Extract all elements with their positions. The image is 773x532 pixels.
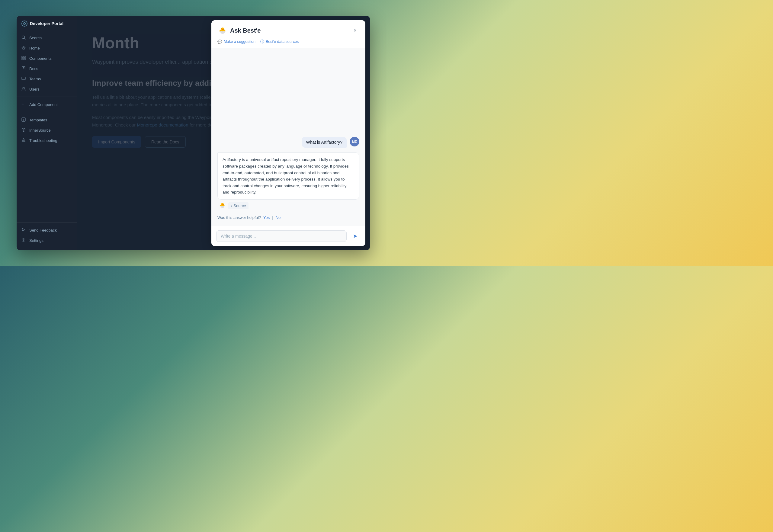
source-label: Source — [233, 204, 246, 208]
send-icon: ➤ — [353, 233, 358, 239]
svg-point-23 — [23, 239, 24, 241]
send-button[interactable]: ➤ — [350, 231, 361, 242]
svg-point-21 — [23, 141, 24, 141]
sidebar-item-label: Users — [29, 87, 40, 91]
sidebar-bottom: Send Feedback Settings — [17, 222, 77, 245]
bot-mini-avatar-icon: 🐣 — [219, 202, 226, 209]
sidebar-item-troubleshooting[interactable]: Troubleshooting — [17, 135, 77, 146]
helpful-divider: | — [272, 215, 273, 220]
home-icon — [21, 46, 26, 50]
sidebar: Developer Portal Search Home — [17, 16, 77, 250]
nav-divider-2 — [17, 112, 77, 112]
users-icon — [21, 87, 26, 91]
sidebar-logo[interactable]: Developer Portal — [17, 21, 77, 33]
sidebar-item-label: Components — [29, 56, 52, 61]
chat-body: What is Artifactory? ME Artifactory is a… — [211, 48, 365, 226]
bot-source-row: 🐣 › Source — [217, 202, 359, 209]
svg-rect-5 — [24, 56, 25, 58]
sidebar-item-label: Add Component — [29, 102, 58, 107]
sidebar-item-docs[interactable]: Docs — [17, 63, 77, 74]
svg-point-0 — [24, 23, 26, 25]
sidebar-item-label: Search — [29, 36, 42, 40]
sidebar-item-label: Troubleshooting — [29, 138, 57, 143]
sidebar-item-teams[interactable]: Teams — [17, 74, 77, 84]
chevron-right-icon: › — [231, 204, 232, 208]
data-sources-link[interactable]: ⓘ Best'e data sources — [260, 39, 299, 44]
svg-rect-12 — [22, 77, 25, 80]
svg-marker-22 — [22, 228, 25, 231]
source-toggle[interactable]: › Source — [228, 202, 249, 209]
chat-input[interactable] — [216, 230, 347, 242]
sidebar-item-label: Send Feedback — [29, 228, 57, 232]
info-icon: ⓘ — [260, 39, 264, 44]
sidebar-item-add-component[interactable]: + Add Component — [17, 99, 77, 110]
sidebar-item-label: Teams — [29, 77, 41, 81]
svg-rect-4 — [22, 56, 23, 58]
bot-avatar-icon: 🐣 — [217, 26, 227, 35]
sidebar-item-templates[interactable]: Templates — [17, 115, 77, 125]
helpful-question: Was this answer helpful? — [217, 215, 261, 220]
user-bubble: What is Artifactory? — [302, 137, 347, 148]
svg-rect-3 — [23, 48, 24, 49]
sidebar-item-label: Docs — [29, 66, 38, 71]
sidebar-item-send-feedback[interactable]: Send Feedback — [17, 225, 77, 235]
sidebar-item-label: Home — [29, 46, 40, 50]
bot-bubble: Artifactory is a universal artifact repo… — [217, 152, 359, 200]
suggestion-icon: 💬 — [217, 40, 222, 44]
chat-panel: 🐣 Ask Best'e × 💬 Make a suggestion ⓘ Bes… — [211, 20, 365, 246]
user-avatar: ME — [350, 137, 359, 146]
chat-input-area: ➤ — [211, 226, 365, 246]
app-window: Developer Portal Search Home — [17, 16, 370, 250]
templates-icon — [21, 117, 26, 122]
helpful-no-button[interactable]: No — [276, 215, 281, 220]
settings-icon — [21, 238, 26, 243]
docs-icon — [21, 66, 26, 71]
innersource-icon — [21, 128, 26, 133]
sidebar-item-home[interactable]: Home — [17, 43, 77, 53]
svg-line-2 — [24, 38, 26, 40]
feedback-icon — [21, 228, 26, 232]
sidebar-item-label: Settings — [29, 238, 43, 243]
chat-title-row: 🐣 Ask Best'e × — [217, 26, 359, 35]
sidebar-logo-text: Developer Portal — [30, 21, 63, 26]
chat-links: 💬 Make a suggestion ⓘ Best'e data source… — [217, 39, 359, 48]
chat-title: 🐣 Ask Best'e — [217, 26, 261, 35]
close-button[interactable]: × — [351, 26, 359, 35]
add-icon: + — [21, 102, 26, 107]
svg-point-19 — [23, 129, 24, 130]
sidebar-item-innersource[interactable]: InnerSource — [17, 125, 77, 135]
nav-divider — [17, 97, 77, 97]
chat-header: 🐣 Ask Best'e × 💬 Make a suggestion ⓘ Bes… — [211, 20, 365, 48]
helpful-yes-button[interactable]: Yes — [263, 215, 270, 220]
troubleshooting-icon — [21, 138, 26, 143]
sidebar-item-settings[interactable]: Settings — [17, 235, 77, 245]
make-suggestion-link[interactable]: 💬 Make a suggestion — [217, 39, 255, 44]
svg-point-18 — [22, 128, 25, 132]
svg-rect-6 — [22, 58, 23, 60]
sidebar-item-users[interactable]: Users — [17, 84, 77, 94]
helpful-row: Was this answer helpful? Yes | No — [217, 214, 359, 221]
teams-icon — [21, 76, 26, 81]
chat-spacer — [217, 53, 359, 132]
search-icon — [21, 35, 26, 40]
user-message-row: What is Artifactory? ME — [217, 137, 359, 148]
sidebar-item-search[interactable]: Search — [17, 33, 77, 43]
sidebar-item-label: InnerSource — [29, 128, 51, 133]
chat-title-text: Ask Best'e — [230, 27, 261, 34]
logo-icon — [21, 21, 27, 27]
sidebar-item-components[interactable]: Components — [17, 53, 77, 63]
svg-rect-7 — [24, 58, 25, 60]
bot-message-row: Artifactory is a universal artifact repo… — [217, 152, 359, 209]
components-icon — [21, 56, 26, 61]
sidebar-nav: Search Home Components Doc — [17, 33, 77, 222]
sidebar-item-label: Templates — [29, 118, 47, 122]
